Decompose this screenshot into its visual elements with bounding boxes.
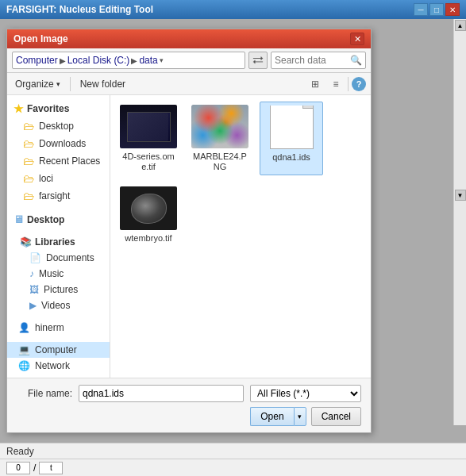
file-item-4dseries[interactable]: 4D series 4D-series.ome.tif — [117, 102, 180, 175]
computer-section: 💻 Computer 🌐 Network ⚙ Control Panel — [7, 342, 110, 378]
sidebar-item-label: Downloads — [39, 138, 86, 149]
filename-row: File name: All Files (*.*) — [17, 385, 361, 402]
file-name: qdna1.ids — [272, 152, 310, 163]
toolbar-separator-2 — [348, 77, 349, 91]
file-item-qdna1[interactable]: qdna1.ids — [260, 102, 323, 175]
generic-file-thumbnail — [270, 106, 314, 149]
window-close-button[interactable]: ✕ — [445, 3, 460, 16]
music-icon: ♪ — [29, 268, 34, 279]
sidebar-item-farsight[interactable]: 🗁 farsight — [7, 187, 110, 205]
sidebar-item-pictures[interactable]: 🖼 Pictures — [7, 282, 110, 298]
favorites-section: ★ Favorites 🗁 Desktop 🗁 Downloads 🗁 — [7, 100, 110, 205]
dark-series-thumbnail: 4D series — [120, 105, 177, 148]
search-box: 🔍 — [271, 52, 366, 69]
address-path: Computer ▶ Local Disk (C:) ▶ data ▾ — [12, 52, 245, 69]
minimize-button[interactable]: ─ — [414, 3, 428, 16]
sidebar-item-desktop[interactable]: 🗁 Desktop — [7, 117, 110, 135]
scroll-up-button[interactable]: ▲ — [455, 20, 466, 31]
toolbar-right: ⊞ ≡ ? — [306, 75, 366, 93]
file-name: wtembryo.tif — [125, 233, 171, 244]
grid-view-button[interactable]: ⊞ — [306, 75, 324, 93]
new-folder-button[interactable]: New folder — [77, 77, 129, 91]
buttons-row: Open ▾ Cancel — [17, 407, 361, 426]
toolbar-separator — [70, 77, 71, 91]
folder-icon: 🗁 — [23, 155, 34, 167]
file-item-wtembryo[interactable]: wtembryo.tif — [117, 183, 180, 247]
file-item-marble[interactable]: MARBLE24.PNG — [188, 102, 252, 175]
sidebar-item-label: Network — [35, 360, 70, 371]
embryo-shape — [131, 194, 167, 224]
libraries-label: Libraries — [35, 236, 75, 248]
filename-input[interactable] — [79, 385, 244, 402]
sidebar-item-documents[interactable]: 📄 Documents — [7, 250, 110, 266]
dialog-bottom: File name: All Files (*.*) Open ▾ Cancel — [7, 378, 371, 432]
docs-icon: 📄 — [29, 252, 41, 263]
status-text: Ready — [6, 446, 34, 457]
organize-arrow: ▾ — [56, 80, 60, 88]
path-drive[interactable]: Local Disk (C:) — [67, 55, 130, 66]
sidebar-item-label: Desktop — [39, 121, 74, 132]
search-input[interactable] — [275, 55, 350, 66]
cancel-button[interactable]: Cancel — [311, 407, 361, 426]
open-dropdown-button[interactable]: ▾ — [294, 407, 306, 426]
computer-icon: 💻 — [18, 344, 30, 355]
organize-label: Organize — [15, 79, 54, 90]
dialog-title: Open Image — [13, 33, 68, 44]
coord-x-input[interactable] — [6, 462, 30, 474]
window-controls: ─ □ ✕ — [414, 3, 460, 16]
sidebar-item-network[interactable]: 🌐 Network — [7, 358, 110, 374]
file-area: 4D series 4D-series.ome.tif MARBLE24.PNG — [110, 95, 371, 378]
hinerm-icon: 👤 — [18, 322, 30, 333]
coord-y-input[interactable] — [39, 462, 63, 474]
filetype-select[interactable]: All Files (*.*) — [250, 385, 361, 402]
window-title: FARSIGHT: Nucleus Editing Tool — [6, 4, 153, 15]
organize-button[interactable]: Organize ▾ — [12, 77, 64, 91]
list-view-button[interactable]: ≡ — [327, 75, 345, 93]
sidebar-item-label: Recent Places — [39, 155, 100, 167]
folder-icon: 🗁 — [23, 172, 34, 185]
dialog-close-button[interactable]: ✕ — [350, 33, 364, 45]
coord-separator: / — [33, 463, 36, 474]
file-thumbnail — [120, 186, 177, 230]
embryo-thumbnail — [120, 186, 177, 230]
favorites-header[interactable]: ★ Favorites — [7, 100, 110, 117]
help-button[interactable]: ? — [352, 77, 366, 91]
file-name: 4D-series.ome.tif — [120, 152, 177, 172]
libraries-header[interactable]: 📚 Libraries — [7, 234, 110, 250]
file-name: MARBLE24.PNG — [191, 152, 248, 172]
videos-icon: ▶ — [29, 300, 37, 311]
favorites-icon: ★ — [13, 102, 24, 115]
path-computer[interactable]: Computer — [16, 55, 58, 66]
sidebar-item-hinerm[interactable]: 👤 hinerm — [7, 320, 110, 336]
file-thumbnail — [263, 106, 320, 149]
file-thumbnail — [191, 105, 248, 148]
sidebar-item-label: Documents — [46, 252, 94, 263]
sidebar-item-label: loci — [39, 173, 53, 184]
sidebar-item-downloads[interactable]: 🗁 Downloads — [7, 135, 110, 152]
path-folder[interactable]: data — [139, 55, 157, 66]
dialog-body: ★ Favorites 🗁 Desktop 🗁 Downloads 🗁 — [7, 95, 371, 378]
main-window: FARSIGHT: Nucleus Editing Tool ─ □ ✕ Ope… — [0, 0, 466, 476]
pictures-icon: 🖼 — [29, 284, 39, 295]
sidebar-item-label: hinerm — [35, 322, 64, 333]
desktop-header[interactable]: 🖥 Desktop — [7, 211, 110, 228]
libraries-icon: 📚 — [20, 236, 32, 248]
sidebar-item-videos[interactable]: ▶ Videos — [7, 298, 110, 313]
desktop-icon: 🖥 — [13, 213, 24, 225]
folder-icon: 🗁 — [23, 137, 34, 150]
sidebar-item-label: Computer — [35, 344, 77, 355]
filename-label: File name: — [17, 388, 72, 399]
sidebar-item-computer[interactable]: 💻 Computer — [7, 342, 110, 358]
path-dropdown-arrow[interactable]: ▾ — [160, 56, 169, 64]
sidebar-item-music[interactable]: ♪ Music — [7, 266, 110, 282]
right-scrollbar[interactable]: ▲ ▼ — [453, 19, 466, 425]
desktop-label: Desktop — [27, 214, 64, 225]
address-back-button[interactable]: ⮂ — [248, 52, 268, 69]
open-button[interactable]: Open — [250, 407, 293, 426]
scroll-down-button[interactable]: ▼ — [455, 190, 466, 201]
sidebar-item-recent[interactable]: 🗁 Recent Places — [7, 152, 110, 170]
maximize-button[interactable]: □ — [429, 3, 444, 16]
sidebar-item-loci[interactable]: 🗁 loci — [7, 170, 110, 187]
bottom-area: / — [0, 459, 466, 476]
main-content: Open Image ✕ Computer ▶ Local Disk (C:) … — [0, 19, 466, 443]
